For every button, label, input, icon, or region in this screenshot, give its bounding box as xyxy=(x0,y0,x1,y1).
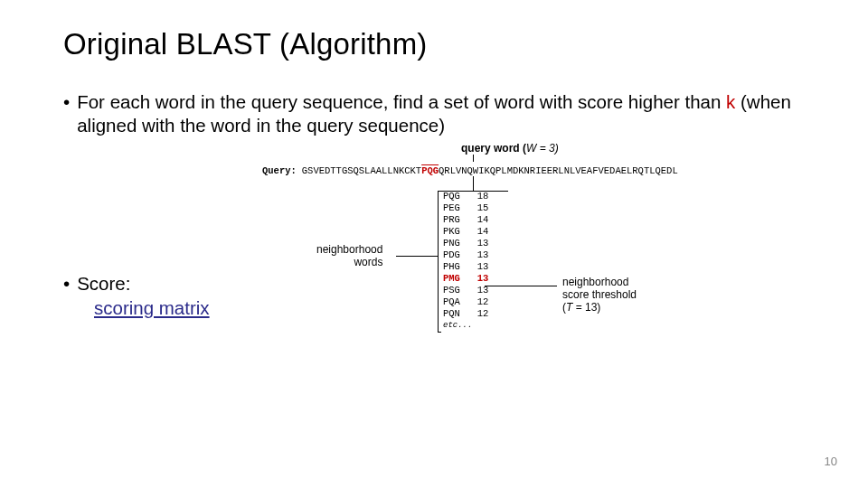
threshold-label: neighborhood score threshold (T = 13) xyxy=(562,276,637,314)
neighborhood-word-row: PQN 12 xyxy=(443,308,488,320)
bullet-dot: • xyxy=(63,90,70,136)
neighborhood-words-label: neighborhood words xyxy=(316,243,382,268)
page-number: 10 xyxy=(825,455,837,468)
connector-trunk xyxy=(473,176,474,191)
scoring-matrix-link[interactable]: scoring matrix xyxy=(94,297,210,318)
neighborhood-word-row: PRG 14 xyxy=(443,214,488,226)
query-sequence: Query:GSVEDTTGSQSLAALLNKCKTPQGQRLVNQWIKQ… xyxy=(262,165,678,176)
etc-label: etc... xyxy=(443,320,488,332)
neighborhood-word-row: PNG 13 xyxy=(443,238,488,249)
neighborhood-word-table: PQG 18PEG 15PRG 14PKG 14PNG 13PDG 13PHG … xyxy=(443,191,488,332)
neighborhood-word-row: PHG 13 xyxy=(443,261,488,273)
neighborhood-word-row: PSG 13 xyxy=(443,285,488,296)
threshold-divider xyxy=(485,286,557,286)
score-label: Score: xyxy=(77,273,130,295)
neighborhood-word-row: PKG 14 xyxy=(443,226,488,238)
variable-k: k xyxy=(726,91,735,112)
query-word-highlight: PQG xyxy=(421,165,439,176)
bullet-dot: • xyxy=(63,273,70,295)
query-label: Query: xyxy=(262,165,297,176)
neighborhood-word-row: PQG 18 xyxy=(443,191,488,202)
bullet-1: • For each word in the query sequence, f… xyxy=(63,90,814,136)
brace-bottom xyxy=(438,332,441,333)
slide-title: Original BLAST (Algorithm) xyxy=(63,27,814,61)
brace-top xyxy=(438,191,441,192)
query-seq-right: QRLVNQWIKQPLMDKNRIEERLNLVEAFVEDAELRQTLQE… xyxy=(439,165,678,176)
query-seq-left: GSVEDTTGSQSLAALLNKCKT xyxy=(302,165,421,176)
neighborhood-word-row: PDG 13 xyxy=(443,249,488,261)
bullet-1-prefix: For each word in the query sequence, fin… xyxy=(77,91,726,112)
score-bullet: • Score: scoring matrix xyxy=(63,273,210,319)
neighborhood-words-connector xyxy=(396,256,438,257)
brace-line xyxy=(438,191,439,332)
neighborhood-word-row: PMG 13 xyxy=(443,273,488,285)
bullet-1-text: For each word in the query sequence, fin… xyxy=(77,90,814,136)
pointer-line xyxy=(473,155,474,162)
neighborhood-word-row: PEG 15 xyxy=(443,202,488,214)
neighborhood-word-row: PQA 12 xyxy=(443,296,488,308)
query-word-label: query word (W = 3) xyxy=(461,142,559,155)
